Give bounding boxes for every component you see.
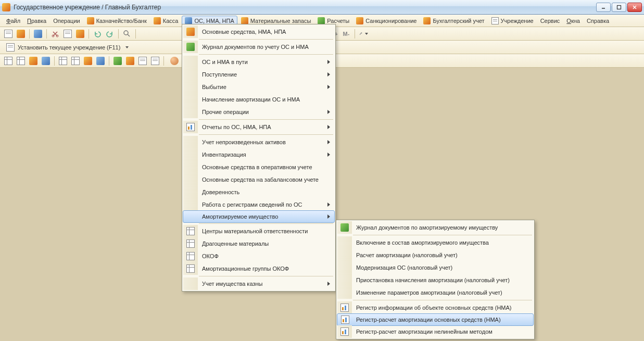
menu-treasury[interactable]: Казначейство/Банк	[84, 16, 150, 26]
menu-institution[interactable]: Учреждение	[488, 16, 537, 26]
menu-accounting[interactable]: Бухгалтерский учет	[420, 16, 487, 26]
mi-nonprod-assets[interactable]: Учет непроизведенных активов	[183, 136, 334, 148]
panel-button-9[interactable]	[112, 56, 123, 66]
close-button[interactable]	[627, 3, 642, 12]
journal-icon	[186, 43, 195, 51]
panel-button-12[interactable]	[150, 56, 160, 66]
doc-icon	[6, 43, 15, 52]
menu-service[interactable]: Сервис	[537, 16, 563, 26]
mi-poa[interactable]: Доверенность	[183, 186, 334, 198]
panel-button-7[interactable]	[83, 56, 93, 66]
mi-registers[interactable]: Работа с регистрами сведений по ОС	[183, 198, 334, 211]
mi2-reg-calc-nonlinear[interactable]: Регистр-расчет амортизации нелинейным ме…	[337, 325, 533, 338]
mi2-include[interactable]: Включение в состав амортизируемого имуще…	[337, 236, 533, 249]
menu-os-dropdown: Основные средства, НМА, НПА Журнал докум…	[182, 24, 336, 292]
panel-button-6[interactable]	[70, 56, 81, 66]
mi-treasury-property[interactable]: Учет имущества казны	[183, 277, 334, 290]
new-doc-button[interactable]	[3, 29, 14, 39]
submenu-arrow-icon	[327, 203, 330, 207]
search-button[interactable]	[122, 29, 132, 39]
chart-icon	[340, 327, 349, 336]
chart-icon	[341, 315, 349, 324]
minimize-button[interactable]	[596, 3, 611, 12]
menu-separator	[199, 223, 333, 224]
mi2-journal[interactable]: Журнал документов по амортизируемому иму…	[337, 221, 533, 234]
maximize-button[interactable]	[612, 3, 626, 12]
cut-button[interactable]	[50, 29, 60, 39]
table-icon	[186, 264, 195, 273]
mi-amortizable-property[interactable]: Амортизируемое имущество	[183, 210, 335, 223]
mi-os-offbalance[interactable]: Основные средства на забалансовом учете	[183, 173, 334, 186]
separator	[54, 56, 55, 66]
menu-file[interactable]: Файл	[3, 16, 23, 26]
chart-icon	[340, 304, 349, 312]
settings-button[interactable]	[358, 29, 369, 39]
mi-okof[interactable]: ОКОФ	[183, 250, 334, 262]
journal-icon	[340, 223, 349, 232]
table-icon	[59, 57, 67, 65]
panel-icon	[42, 57, 50, 65]
separator	[135, 29, 136, 39]
menu-operations[interactable]: Операции	[50, 16, 83, 26]
mi-inventory[interactable]: Инвентаризация	[183, 148, 334, 161]
doc-icon	[151, 57, 159, 65]
mi-depreciation[interactable]: Начисление амортизации ОС и НМА	[183, 93, 334, 106]
submenu-arrow-icon	[327, 110, 330, 114]
svg-rect-1	[617, 5, 621, 9]
svg-point-6	[124, 31, 128, 35]
mminus-button[interactable]: М-	[341, 29, 351, 39]
cut-icon	[51, 30, 59, 38]
mi-reports-os[interactable]: Отчеты по ОС, НМА, НПА	[183, 121, 334, 133]
set-institution-button[interactable]: Установить текущее учреждение (F11)	[3, 42, 132, 53]
mi-other-ops[interactable]: Прочие операции	[183, 106, 334, 118]
mi-okof-groups[interactable]: Амортизационные группы ОКОФ	[183, 262, 334, 275]
wrench-icon	[359, 30, 363, 38]
copy-icon	[64, 30, 72, 38]
mi2-reg-calc-os[interactable]: Регистр-расчет амортизации основных сред…	[337, 313, 534, 326]
menu-kassa[interactable]: Касса	[150, 16, 182, 26]
panel-button-2[interactable]	[16, 56, 26, 66]
mi2-modernization[interactable]: Модернизация ОС (налоговый учет)	[337, 261, 533, 274]
copy-button[interactable]	[62, 29, 73, 39]
open-button[interactable]	[16, 29, 26, 39]
new-doc-icon	[4, 30, 12, 38]
mi-responsibility-centers[interactable]: Центры материальной ответственности	[183, 225, 334, 237]
panel-button-11[interactable]	[137, 56, 148, 66]
menu-separator	[353, 300, 532, 300]
panel-button-3[interactable]	[28, 56, 39, 66]
save-button[interactable]	[33, 29, 43, 39]
redo-button[interactable]	[105, 29, 115, 39]
menu-separator	[199, 54, 333, 55]
mi-precious-materials[interactable]: Драгоценные материалы	[183, 237, 334, 250]
mi2-reg-info[interactable]: Регистр информации об объекте основных с…	[337, 301, 533, 314]
panel-button-1[interactable]	[3, 56, 14, 66]
mi-os-operative[interactable]: Основные средства в оперативном учете	[183, 161, 334, 173]
mi2-calc-deprec[interactable]: Расчет амортизации (налоговый учет)	[337, 249, 533, 261]
menu-windows[interactable]: Окна	[563, 16, 583, 26]
panel-button-8[interactable]	[95, 56, 106, 66]
stocks-icon	[241, 17, 248, 24]
panel-button-4[interactable]	[41, 56, 51, 66]
mi-os-main[interactable]: Основные средства, НМА, НПА	[183, 26, 334, 38]
panel-button-5[interactable]	[58, 56, 68, 66]
mi2-suspend[interactable]: Приостановка начисления амортизации (нал…	[337, 274, 533, 286]
table-icon	[71, 57, 80, 65]
mi2-change-params[interactable]: Изменение параметров амортизации (налого…	[337, 286, 533, 299]
institution-icon	[491, 17, 499, 24]
mi-os-transit[interactable]: ОС и НМА в пути	[183, 56, 334, 68]
menu-edit[interactable]: Правка	[24, 16, 49, 26]
separator	[89, 29, 89, 39]
mi-journal-os[interactable]: Журнал документов по учету ОС и НМА	[183, 41, 334, 53]
panel-button-10[interactable]	[125, 56, 135, 66]
submenu-arrow-icon	[327, 60, 330, 64]
doc-icon	[138, 57, 147, 65]
menu-sanct[interactable]: Санкционирование	[353, 16, 420, 26]
undo-button[interactable]	[92, 29, 103, 39]
os-icon	[185, 17, 192, 24]
dropdown-icon	[125, 46, 129, 48]
submenu-arrow-icon	[327, 153, 330, 157]
paste-button[interactable]	[75, 29, 85, 39]
mi-disposal[interactable]: Выбытие	[183, 81, 334, 93]
menu-help[interactable]: Справка	[584, 16, 612, 26]
mi-receipt[interactable]: Поступление	[183, 68, 334, 81]
